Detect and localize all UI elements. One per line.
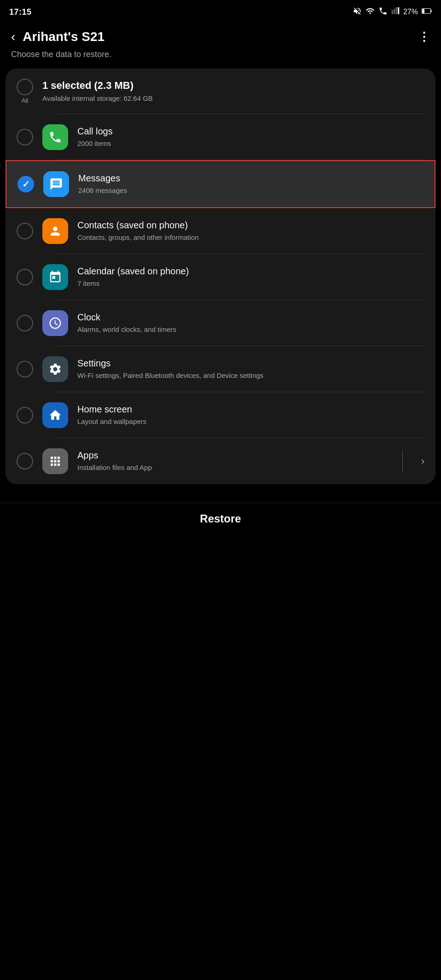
apps-radio (17, 453, 33, 470)
contacts-icon (42, 218, 68, 244)
settings-icon (42, 356, 68, 382)
mute-icon (353, 6, 362, 17)
home-screen-text: Home screen Layout and wallpapers (77, 404, 424, 426)
contacts-radio (17, 223, 33, 239)
battery-percentage: 27% (403, 8, 418, 16)
all-select-row[interactable]: All 1 selected (2.3 MB) Available intern… (6, 69, 435, 114)
clock-radio (17, 315, 33, 331)
clock-title: Clock (77, 312, 424, 323)
call-logs-subtitle: 2000 items (77, 139, 424, 148)
data-list-card: All 1 selected (2.3 MB) Available intern… (6, 69, 435, 484)
settings-subtitle: Wi-Fi settings, Paired Bluetooth devices… (77, 371, 424, 380)
messages-item[interactable]: Messages 2406 messages (6, 160, 435, 208)
restore-bar: Restore (0, 503, 441, 544)
clock-subtitle: Alarms, world clocks, and timers (77, 325, 424, 334)
restore-button[interactable]: Restore (200, 512, 241, 525)
call-signal-icon (378, 6, 388, 17)
calendar-item[interactable]: Calendar (saved on phone) 7 items (6, 254, 435, 300)
calendar-icon (42, 264, 68, 290)
home-screen-subtitle: Layout and wallpapers (77, 417, 424, 426)
svg-rect-2 (431, 10, 432, 12)
clock-item[interactable]: Clock Alarms, world clocks, and timers (6, 300, 435, 346)
messages-text: Messages 2406 messages (78, 173, 424, 195)
apps-subtitle: Installation files and App (77, 463, 388, 472)
settings-title: Settings (77, 358, 424, 369)
settings-radio (17, 361, 33, 377)
calendar-radio (17, 269, 33, 285)
clock-text: Clock Alarms, world clocks, and timers (77, 312, 424, 334)
home-screen-icon (42, 402, 68, 428)
call-logs-text: Call logs 2000 items (77, 126, 424, 148)
all-radio[interactable]: All (17, 79, 33, 104)
contacts-title: Contacts (saved on phone) (77, 220, 424, 231)
apps-text: Apps Installation files and App (77, 450, 388, 472)
more-options-button[interactable]: ⋮ (418, 30, 430, 44)
all-row-text: 1 selected (2.3 MB) Available internal s… (42, 80, 424, 103)
back-button[interactable]: ‹ (11, 29, 15, 44)
messages-title: Messages (78, 173, 424, 184)
contacts-subtitle: Contacts, groups, and other information (77, 232, 424, 242)
battery-icon (422, 8, 432, 16)
signal-icon (391, 7, 400, 17)
apps-item[interactable]: Apps Installation files and App › (6, 438, 435, 484)
wifi-icon (366, 6, 375, 17)
messages-icon (43, 171, 69, 197)
calendar-subtitle: 7 items (77, 278, 424, 288)
all-radio-circle (17, 79, 33, 95)
apps-title: Apps (77, 450, 388, 461)
messages-radio (17, 176, 34, 192)
messages-subtitle: 2406 messages (78, 186, 424, 195)
home-screen-radio (17, 407, 33, 423)
page-title: Arihant's S21 (23, 29, 104, 44)
call-logs-icon (42, 124, 68, 150)
header: ‹ Arihant's S21 ⋮ (0, 22, 441, 48)
call-logs-radio (17, 129, 33, 145)
apps-chevron-icon[interactable]: › (421, 455, 424, 467)
clock-icon (42, 310, 68, 336)
all-storage-text: Available internal storage: 62.64 GB (42, 93, 424, 103)
home-screen-title: Home screen (77, 404, 424, 415)
apps-icon (42, 448, 68, 474)
header-left: ‹ Arihant's S21 (11, 29, 104, 44)
all-selected-text: 1 selected (2.3 MB) (42, 80, 424, 92)
contacts-item[interactable]: Contacts (saved on phone) Contacts, grou… (6, 208, 435, 254)
call-logs-item[interactable]: Call logs 2000 items (6, 114, 435, 160)
contacts-text: Contacts (saved on phone) Contacts, grou… (77, 220, 424, 242)
status-bar: 17:15 27% (0, 0, 441, 22)
all-label: All (22, 97, 28, 104)
call-logs-title: Call logs (77, 126, 424, 137)
apps-divider (402, 450, 403, 472)
svg-rect-1 (423, 9, 425, 13)
settings-item[interactable]: Settings Wi-Fi settings, Paired Bluetoot… (6, 346, 435, 392)
settings-text: Settings Wi-Fi settings, Paired Bluetoot… (77, 358, 424, 380)
calendar-title: Calendar (saved on phone) (77, 266, 424, 277)
status-right-icons: 27% (353, 6, 432, 17)
page-subtitle: Choose the data to restore. (0, 48, 441, 69)
home-screen-item[interactable]: Home screen Layout and wallpapers (6, 392, 435, 438)
status-time: 17:15 (9, 7, 32, 17)
calendar-text: Calendar (saved on phone) 7 items (77, 266, 424, 288)
